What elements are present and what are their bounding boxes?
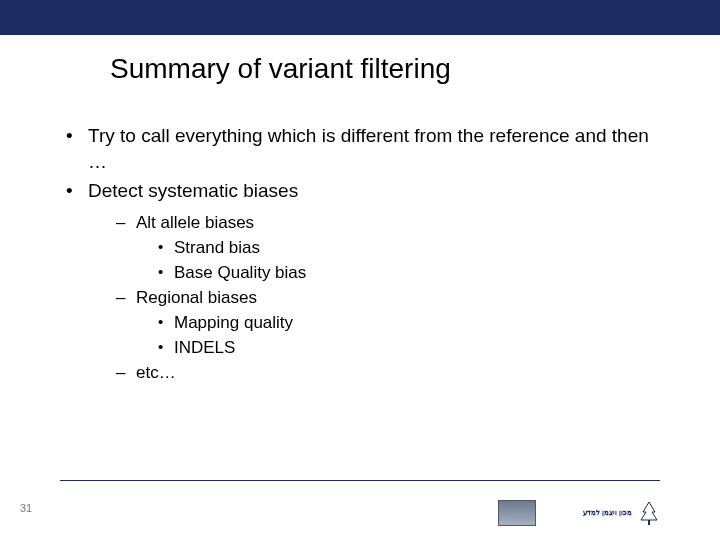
bullet-item: Try to call everything which is differen…	[60, 123, 660, 174]
sub-bullet-item: etc…	[116, 362, 660, 385]
header-bar	[0, 0, 720, 35]
subsub-bullet-item: Mapping quality	[156, 312, 660, 335]
sub-bullet-item: Regional biases Mapping quality INDELS	[116, 287, 660, 360]
subsub-bullet-item: Base Quality bias	[156, 262, 660, 285]
slide-title: Summary of variant filtering	[110, 53, 720, 85]
bullet-item: Detect systematic biases Alt allele bias…	[60, 178, 660, 384]
footer-divider	[60, 480, 660, 481]
footer: 31 מכון ויצמן למדע	[0, 480, 720, 540]
bullet-text: Detect systematic biases	[88, 180, 298, 201]
page-number: 31	[20, 502, 32, 514]
sub-bullet-item: Alt allele biases Strand bias Base Quali…	[116, 212, 660, 285]
subsub-bullet-item: Strand bias	[156, 237, 660, 260]
logo-image-icon	[498, 500, 536, 526]
tree-icon	[638, 500, 660, 526]
sub-bullet-text: Regional biases	[136, 288, 257, 307]
subsub-bullet-item: INDELS	[156, 337, 660, 360]
slide-body: Try to call everything which is differen…	[60, 123, 660, 384]
sub-bullet-text: Alt allele biases	[136, 213, 254, 232]
logo-text: מכון ויצמן למדע	[542, 501, 632, 525]
institution-logo: מכון ויצמן למדע	[498, 500, 660, 526]
svg-rect-0	[648, 520, 650, 525]
